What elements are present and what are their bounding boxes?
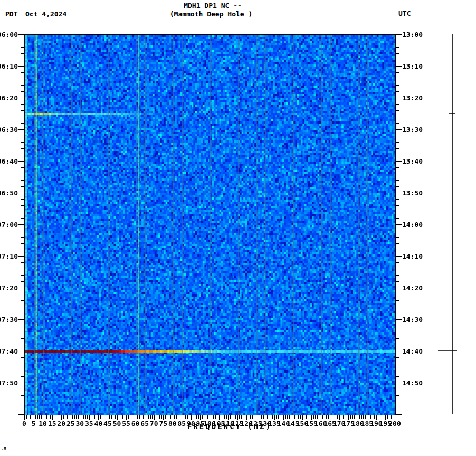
x-axis-tick [337,415,338,419]
y-axis-tick-left [21,269,24,269]
x-axis-tick [322,415,323,419]
y-axis-label-pdt: 06:20 [0,94,18,101]
y-axis-tick-left [18,66,24,66]
y-axis-tick-left [18,288,24,288]
x-axis-tick [143,415,144,419]
x-axis-tick [169,415,169,419]
x-axis-label: 70 [150,420,158,427]
y-axis-label-utc: 13:10 [402,63,423,70]
x-axis-label: 10 [39,420,47,427]
y-axis-label-utc: 14:40 [402,348,423,355]
y-axis-tick-right [396,186,399,187]
y-axis-label-utc: 14:10 [402,253,423,260]
y-axis-tick-right [396,41,399,41]
y-axis-tick-right [396,383,402,383]
x-axis-tick [380,415,380,419]
y-axis-tick-right [396,231,399,231]
y-axis-tick-left [21,326,24,326]
x-axis-tick [187,415,188,419]
y-axis-tick-right [396,294,399,294]
x-axis-tick [97,415,97,419]
right-timezone-label: UTC [398,10,411,17]
y-axis-label-pdt: 06:40 [0,158,18,165]
y-axis-tick-left [21,180,24,180]
y-axis-tick-left [18,161,24,162]
y-axis-tick-left [21,85,24,86]
x-axis-tick [134,415,134,419]
x-axis-tick [326,415,327,419]
x-axis-tick [356,415,356,419]
y-axis-tick-right [396,237,399,238]
x-axis-tick [106,415,106,419]
x-axis-tick [332,415,332,419]
y-axis-label-pdt: 07:40 [0,348,18,355]
y-axis-tick-right [396,345,399,345]
x-axis-tick [28,415,28,419]
y-axis-tick-right [396,174,399,174]
y-axis-label-utc: 13:20 [402,94,423,101]
y-axis-tick-right [396,123,399,124]
y-axis-tick-left [18,34,24,35]
x-axis-tick [235,415,236,419]
y-axis-tick-right [396,357,399,358]
x-axis-tick [230,415,231,419]
x-axis-tick [119,415,119,419]
x-axis-tick [111,415,112,419]
x-axis-tick [69,415,69,419]
y-axis-tick-right [396,199,399,200]
x-axis-tick [345,415,345,419]
y-axis-label-pdt: 06:00 [0,31,18,38]
y-axis-label-utc: 14:20 [402,284,423,291]
y-axis-label-pdt: 06:10 [0,63,18,70]
x-axis-tick [352,415,353,419]
x-axis-tick [315,415,316,419]
y-axis-tick-right [396,332,399,332]
x-axis-tick [46,415,47,419]
y-axis-tick-right [396,117,399,117]
x-axis-tick [243,415,243,419]
x-axis-tick [300,415,301,419]
x-axis-tick [41,415,42,419]
y-axis-label-utc: 13:50 [402,189,423,196]
x-axis-tick [83,415,84,419]
x-axis-tick [206,415,206,419]
x-axis-tick [161,415,162,419]
x-axis-tick [287,415,288,419]
x-axis-tick [189,415,189,419]
x-axis-tick [215,415,216,419]
x-axis-tick [195,415,195,419]
x-axis-tick [30,415,31,419]
y-axis-tick-right [396,370,399,370]
y-axis-tick-left [21,402,24,402]
y-axis-tick-left [21,205,24,206]
x-axis-label: 80 [168,420,177,427]
x-axis-tick [234,415,234,419]
x-axis-tick [306,415,307,419]
x-axis-tick [45,415,45,419]
x-axis-label: 5 [32,420,36,427]
x-axis-label: 75 [159,420,167,427]
x-axis-tick [93,415,93,419]
y-axis-label-utc: 13:40 [402,158,423,165]
x-axis-tick [252,415,253,419]
y-axis-tick-left [21,53,24,54]
y-axis-tick-right [396,129,402,130]
x-axis-label: 65 [140,420,149,427]
x-axis-tick [113,415,113,419]
x-axis-label: 15 [48,420,56,427]
y-axis-tick-right [396,307,399,307]
y-axis-tick-left [18,319,24,320]
x-axis-tick [310,415,310,419]
y-axis-tick-left [18,351,24,352]
y-axis-tick-right [396,104,399,104]
x-axis-tick [49,415,49,419]
y-axis-tick-left [21,237,24,238]
x-axis-tick [82,415,82,419]
y-axis-tick-left [21,231,24,231]
y-axis-label-utc: 13:30 [402,126,423,133]
x-axis-label: 0 [22,420,26,427]
y-axis-tick-right [396,53,399,54]
x-axis-tick [271,415,271,419]
x-axis-tick [74,415,75,419]
x-axis-label: 50 [113,420,121,427]
